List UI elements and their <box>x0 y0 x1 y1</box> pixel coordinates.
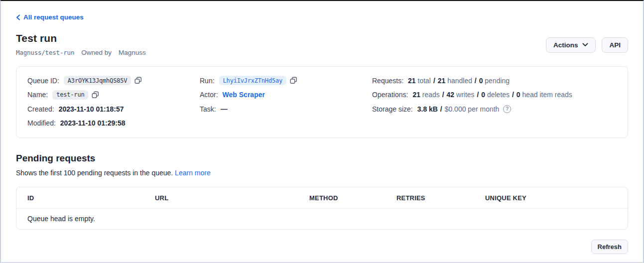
operations-label: Operations: <box>372 91 408 99</box>
actor-label: Actor: <box>200 91 218 99</box>
operations-writes-value: 42 <box>447 91 455 99</box>
requests-total-word: total <box>418 77 431 85</box>
name-row: Name: test-run <box>27 90 200 100</box>
created-row: Created: 2023-11-10 01:18:57 <box>27 104 200 114</box>
storage-size-value: 3.8 kB <box>417 105 438 113</box>
pending-requests-table: ID URL METHOD RETRIES UNIQUE KEY Queue h… <box>16 187 628 230</box>
pending-requests-description-text: Shows the first 100 pending requests in … <box>16 169 173 177</box>
created-label: Created: <box>27 105 54 113</box>
operations-head-reads-word: head item reads <box>522 91 572 99</box>
page-header: Test run Magnuss/test-run Owned by Magnu… <box>16 32 628 56</box>
queue-path: Magnuss/test-run <box>16 49 74 56</box>
requests-handled-word: handled <box>447 77 472 85</box>
actions-button-label: Actions <box>553 41 578 49</box>
details-column-run: Run: LhyiIvJrxZTnHd5ay Actor: Web Scrape… <box>200 76 372 132</box>
breadcrumb-label: All request queues <box>23 13 84 21</box>
actor-row: Actor: Web Scraper <box>200 90 372 100</box>
owned-by-label: Owned by <box>81 49 112 56</box>
queue-id-label: Queue ID: <box>27 77 59 85</box>
modified-label: Modified: <box>27 119 56 127</box>
owner-name[interactable]: Magnuss <box>119 49 146 56</box>
page-subtitle: Magnuss/test-run Owned by Magnuss <box>16 49 146 56</box>
request-queue-page: All request queues Test run Magnuss/test… <box>0 0 644 263</box>
table-empty-message: Queue head is empty. <box>16 209 628 229</box>
learn-more-link[interactable]: Learn more <box>175 169 211 177</box>
storage-cost-value: $0.000 per month <box>445 105 500 113</box>
separator: / <box>440 105 443 113</box>
copy-icon[interactable] <box>290 77 297 84</box>
separator: / <box>512 91 515 99</box>
operations-stat-row: Operations: 21 reads / 42 writes / 0 del… <box>372 90 617 100</box>
separator: / <box>442 91 445 99</box>
api-button[interactable]: API <box>602 37 628 53</box>
table-header-row: ID URL METHOD RETRIES UNIQUE KEY <box>16 187 628 209</box>
column-header-unique-key: UNIQUE KEY <box>485 187 628 208</box>
queue-id-row: Queue ID: A3rOYK13JqmhQS85V <box>27 76 200 86</box>
operations-reads-value: 21 <box>412 91 420 99</box>
task-label: Task: <box>200 105 216 113</box>
refresh-button-label: Refresh <box>598 243 622 251</box>
breadcrumb-all-request-queues[interactable]: All request queues <box>16 13 84 21</box>
storage-stat-row: Storage size: 3.8 kB / $0.000 per month … <box>372 104 617 114</box>
task-value: — <box>221 105 228 113</box>
actions-button[interactable]: Actions <box>546 37 596 53</box>
modified-value: 2023-11-10 01:29:58 <box>60 119 126 127</box>
copy-icon[interactable] <box>134 77 142 84</box>
page-title: Test run <box>16 32 146 44</box>
requests-stat-row: Requests: 21 total / 21 handled / 0 pend… <box>372 76 617 86</box>
requests-total-value: 21 <box>408 77 416 85</box>
name-value: test-run <box>52 90 88 100</box>
storage-size-label: Storage size: <box>372 105 413 113</box>
created-value: 2023-11-10 01:18:57 <box>59 105 124 113</box>
separator: / <box>474 77 477 85</box>
refresh-button[interactable]: Refresh <box>591 240 628 254</box>
requests-pending-word: pending <box>485 77 510 85</box>
actor-link[interactable]: Web Scraper <box>223 91 265 99</box>
chevron-down-icon <box>582 43 588 47</box>
pending-requests-title: Pending requests <box>16 153 628 164</box>
question-circle-icon[interactable]: ? <box>503 105 511 113</box>
operations-deletes-value: 0 <box>481 91 485 99</box>
column-header-url: URL <box>155 187 309 208</box>
details-column-ids: Queue ID: A3rOYK13JqmhQS85V Name: test-r… <box>27 76 200 132</box>
run-label: Run: <box>200 77 215 85</box>
name-label: Name: <box>27 91 48 99</box>
operations-writes-word: writes <box>456 91 475 99</box>
requests-label: Requests: <box>372 77 403 85</box>
modified-row: Modified: 2023-11-10 01:29:58 <box>27 118 200 128</box>
run-row: Run: LhyiIvJrxZTnHd5ay <box>200 76 372 86</box>
operations-head-reads-value: 0 <box>516 91 520 99</box>
chevron-left-icon <box>16 14 20 20</box>
copy-icon[interactable] <box>92 91 99 99</box>
queue-details-card: Queue ID: A3rOYK13JqmhQS85V Name: test-r… <box>16 66 628 138</box>
separator: / <box>476 91 479 99</box>
operations-reads-word: reads <box>422 91 440 99</box>
queue-id-value: A3rOYK13JqmhQS85V <box>64 76 131 85</box>
details-column-stats: Requests: 21 total / 21 handled / 0 pend… <box>372 76 617 132</box>
column-header-method: METHOD <box>309 187 396 208</box>
requests-pending-value: 0 <box>479 77 483 85</box>
operations-deletes-word: deletes <box>487 91 510 99</box>
column-header-retries: RETRIES <box>396 187 485 208</box>
requests-handled-value: 21 <box>438 77 446 85</box>
api-button-label: API <box>609 41 621 49</box>
column-header-id: ID <box>27 187 155 208</box>
pending-requests-description: Shows the first 100 pending requests in … <box>16 169 628 177</box>
task-row: Task: — <box>200 104 372 114</box>
run-id-link[interactable]: LhyiIvJrxZTnHd5ay <box>219 76 286 85</box>
separator: / <box>433 77 436 85</box>
